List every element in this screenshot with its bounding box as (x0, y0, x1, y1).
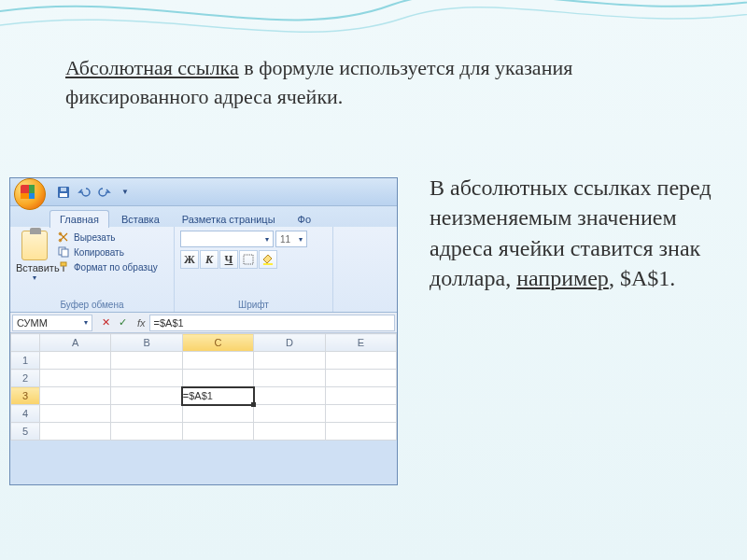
format-painter-label: Формат по образцу (74, 262, 158, 273)
tab-page-layout[interactable]: Разметка страницы (172, 210, 286, 228)
slide-heading: Абсолютная ссылка в формуле используется… (65, 54, 663, 112)
col-header-c[interactable]: C (182, 334, 253, 352)
col-header-d[interactable]: D (254, 334, 325, 352)
cell[interactable] (254, 387, 325, 405)
cell[interactable] (254, 405, 325, 423)
formula-value: =$A$1 (154, 317, 184, 329)
copy-button[interactable]: Копировать (57, 245, 158, 259)
font-size-value: 11 (280, 234, 290, 245)
cell[interactable] (182, 423, 253, 441)
border-button[interactable] (239, 250, 258, 269)
chevron-down-icon: ▾ (84, 318, 88, 327)
copy-icon (57, 245, 70, 259)
cell[interactable] (111, 423, 182, 441)
svg-rect-9 (244, 255, 253, 264)
row-header-1[interactable]: 1 (11, 352, 40, 370)
cell[interactable] (40, 387, 111, 405)
cell[interactable] (325, 387, 396, 405)
chevron-down-icon: ▾ (299, 235, 303, 244)
underline-button[interactable]: Ч (219, 250, 238, 269)
name-box[interactable]: СУММ ▾ (12, 315, 92, 331)
side-example-word: например (516, 266, 609, 290)
row-header-2[interactable]: 2 (11, 370, 40, 387)
tab-home[interactable]: Главная (49, 210, 109, 228)
cell[interactable] (111, 352, 182, 370)
svg-rect-8 (63, 266, 64, 272)
cell[interactable] (40, 370, 111, 387)
row-header-5[interactable]: 5 (11, 423, 40, 441)
excel-screenshot: ▼ Главная Вставка Разметка страницы Фо В… (9, 177, 398, 485)
formula-cancel-button[interactable]: ✕ (98, 315, 113, 330)
group-font: ▾ 11▾ Ж К Ч Шри (175, 227, 333, 312)
side-paragraph: В абсолютных ссылках перед неизменяемым … (430, 173, 728, 294)
qat-dropdown-icon[interactable]: ▼ (117, 184, 134, 201)
format-painter-button[interactable]: Формат по образцу (57, 260, 158, 273)
col-header-b[interactable]: B (111, 334, 182, 352)
formula-input[interactable]: =$A$1 (149, 315, 395, 331)
clipboard-icon (21, 231, 48, 260)
cut-label: Вырезать (74, 232, 115, 243)
chevron-down-icon: ▾ (16, 273, 53, 282)
group-clipboard: Вставить ▾ Вырезать Копировать (10, 227, 175, 312)
bold-button[interactable]: Ж (180, 250, 199, 269)
brush-icon (57, 260, 70, 273)
spreadsheet-grid: A B C D E 1 2 3=$A$1 4 5 (10, 333, 397, 441)
side-line-2: , $A$1. (609, 266, 675, 290)
paste-label: Вставить (16, 262, 53, 273)
row-header-3[interactable]: 3 (11, 387, 40, 405)
cell[interactable] (40, 423, 111, 441)
cell[interactable] (111, 405, 182, 423)
cell[interactable] (325, 370, 396, 387)
fill-color-button[interactable] (259, 250, 277, 269)
paste-button[interactable]: Вставить ▾ (16, 231, 53, 282)
group-font-label: Шрифт (180, 300, 327, 310)
col-header-e[interactable]: E (325, 334, 396, 352)
col-header-a[interactable]: A (40, 334, 111, 352)
italic-button[interactable]: К (200, 250, 218, 269)
cell[interactable] (254, 423, 325, 441)
office-button[interactable] (14, 178, 46, 210)
formula-enter-button[interactable]: ✓ (115, 315, 130, 330)
tab-insert[interactable]: Вставка (111, 210, 170, 228)
cell[interactable] (182, 370, 253, 387)
active-cell-c3[interactable]: =$A$1 (182, 387, 253, 405)
svg-rect-6 (62, 249, 68, 257)
svg-rect-7 (61, 262, 66, 266)
cell[interactable] (254, 370, 325, 387)
redo-icon[interactable] (96, 184, 113, 201)
row-header-4[interactable]: 4 (11, 405, 40, 423)
font-size-dropdown[interactable]: 11▾ (275, 231, 307, 247)
svg-rect-2 (61, 188, 66, 191)
svg-rect-10 (263, 263, 273, 265)
formula-bar: СУММ ▾ ✕ ✓ fx =$A$1 (10, 313, 397, 333)
cell[interactable] (40, 405, 111, 423)
fx-icon[interactable]: fx (137, 317, 146, 329)
ribbon: Вставить ▾ Вырезать Копировать (10, 227, 397, 313)
scissors-icon (57, 231, 70, 244)
term-absolute-reference: Абсолютная ссылка (65, 56, 239, 79)
save-icon[interactable] (55, 184, 72, 201)
cell[interactable] (325, 352, 396, 370)
undo-icon[interactable] (76, 184, 92, 201)
decorative-swirl (0, 0, 747, 56)
cell[interactable] (40, 352, 111, 370)
cell[interactable] (182, 405, 253, 423)
chevron-down-icon: ▾ (265, 235, 269, 244)
cell[interactable] (254, 352, 325, 370)
cell[interactable] (325, 423, 396, 441)
cell[interactable] (182, 352, 253, 370)
font-name-dropdown[interactable]: ▾ (180, 231, 274, 247)
cut-button[interactable]: Вырезать (57, 231, 158, 244)
tab-formulas[interactable]: Фо (288, 210, 321, 228)
ribbon-tabs: Главная Вставка Разметка страницы Фо (10, 206, 397, 227)
cell[interactable] (111, 387, 182, 405)
cell[interactable] (111, 370, 182, 387)
copy-label: Копировать (74, 247, 124, 258)
quick-access-toolbar: ▼ (10, 178, 397, 206)
select-all-corner[interactable] (11, 334, 40, 352)
name-box-value: СУММ (17, 317, 48, 329)
svg-rect-1 (60, 193, 67, 197)
cell[interactable] (325, 405, 396, 423)
group-clipboard-label: Буфер обмена (16, 300, 168, 310)
